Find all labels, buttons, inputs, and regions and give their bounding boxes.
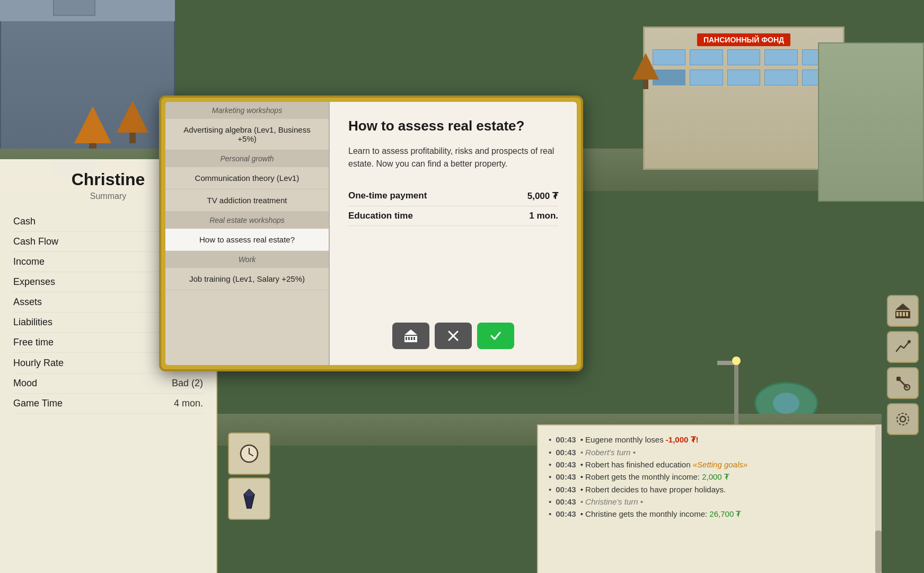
sidebar-bottom-icons — [228, 432, 270, 520]
time-6: 00:43 — [556, 497, 576, 506]
chart-icon-btn[interactable] — [887, 331, 919, 363]
log-entry-3: • 00:43 • Robert has finished education … — [549, 458, 871, 471]
text-1: • Eugene monthly loses -1,000 ₮! — [580, 435, 699, 445]
stat-income-label: Income — [13, 256, 45, 267]
bullet-6: • — [549, 497, 551, 506]
lamp-light — [732, 357, 741, 365]
tree-mid-right — [632, 53, 659, 89]
category-marketing: Marketing workshops — [165, 102, 329, 119]
time-3: 00:43 — [556, 460, 576, 469]
svg-rect-7 — [408, 337, 410, 340]
stat-hourlyrate-label: Hourly Rate — [13, 358, 64, 369]
text-7: • Christine gets the monthly income: 26,… — [580, 509, 742, 519]
settings-icon-btn[interactable] — [887, 403, 919, 435]
category-work: Work — [165, 251, 329, 268]
stat-cash-label: Cash — [13, 216, 36, 227]
svg-rect-16 — [900, 312, 902, 316]
log-entry-4: • 00:43 • Robert gets the monthly income… — [549, 471, 871, 483]
tie-icon-btn[interactable] — [228, 478, 270, 520]
log-entry-5: • 00:43 • Robert decides to have proper … — [549, 483, 871, 496]
svg-rect-11 — [404, 341, 417, 342]
stat-liabilities-label: Liabilities — [13, 317, 52, 328]
tower-left — [53, 0, 95, 16]
category-personal-growth: Personal growth — [165, 150, 329, 167]
confirm-button[interactable] — [477, 323, 514, 349]
stat-gametime: Game Time 4 mon. — [13, 394, 203, 414]
svg-rect-15 — [896, 312, 899, 316]
education-dialog: Marketing workshops Advertising algebra … — [159, 96, 583, 371]
time-value: 1 mon. — [529, 211, 558, 221]
tools-icon-btn[interactable] — [887, 367, 919, 399]
detail-title: How to assess real estate? — [348, 118, 558, 134]
stat-mood-label: Mood — [13, 378, 37, 389]
svg-marker-19 — [895, 303, 910, 310]
svg-rect-6 — [406, 337, 407, 340]
svg-point-25 — [900, 416, 905, 422]
text-3: • Robert has finished education «Setting… — [580, 460, 747, 469]
bullet-4: • — [549, 472, 551, 481]
scrollbar-thumb[interactable] — [875, 531, 882, 573]
clock-icon-btn[interactable] — [228, 432, 270, 475]
stat-mood: Mood Bad (2) — [13, 374, 203, 394]
hotel-sign: ПАНСИОННЫЙ ФОНД — [697, 33, 790, 46]
svg-rect-18 — [906, 312, 908, 316]
bullet-1: • — [549, 435, 551, 444]
education-detail: How to assess real estate? Learn to asse… — [330, 102, 577, 365]
stat-gametime-label: Game Time — [13, 398, 63, 409]
education-list[interactable]: Marketing workshops Advertising algebra … — [165, 102, 330, 365]
activity-log: • 00:43 • Eugene monthly loses -1,000 ₮!… — [537, 424, 882, 573]
bank-button[interactable] — [392, 323, 429, 349]
text-5: • Robert decides to have proper holidays… — [580, 485, 726, 494]
dialog-buttons — [348, 312, 558, 349]
stat-gametime-value: 4 mon. — [174, 398, 203, 409]
log-entry-2: • 00:43 • Robert's turn • — [549, 446, 871, 458]
stat-freetime-label: Free time — [13, 337, 54, 348]
stat-expenses-label: Expenses — [13, 276, 55, 288]
category-real-estate: Real estate workshops — [165, 212, 329, 229]
payment-value: 5,000 ₮ — [527, 190, 558, 202]
stat-mood-value: Bad (2) — [172, 378, 203, 389]
svg-rect-20 — [895, 317, 910, 318]
detail-description: Learn to assess profitability, risks and… — [348, 145, 558, 170]
list-item-job-training[interactable]: Job training (Lev1, Salary +25%) — [165, 268, 329, 290]
cancel-button[interactable] — [435, 323, 472, 349]
payment-label: One-time payment — [348, 190, 427, 202]
time-row: Education time 1 mon. — [348, 206, 558, 226]
bank-icon-btn[interactable] — [887, 295, 919, 327]
stat-assets-label: Assets — [13, 297, 42, 308]
tree2-left — [117, 101, 148, 143]
hotel-building: ПАНСИОННЫЙ ФОНД — [643, 27, 844, 170]
svg-marker-10 — [404, 329, 417, 335]
stat-cashflow-label: Cash Flow — [13, 236, 58, 247]
time-7: 00:43 — [556, 509, 576, 518]
time-5: 00:43 — [556, 485, 576, 494]
svg-rect-17 — [903, 312, 905, 316]
log-entry-7: • 00:43 • Christine gets the monthly inc… — [549, 508, 871, 520]
bullet-3: • — [549, 460, 551, 469]
text-6: • Christine's turn • — [580, 497, 643, 506]
time-4: 00:43 — [556, 472, 576, 481]
activity-scrollbar[interactable] — [875, 424, 882, 573]
detail-stats: One-time payment 5,000 ₮ Education time … — [348, 186, 558, 226]
building-far-right — [818, 42, 924, 202]
time-label: Education time — [348, 211, 413, 221]
svg-rect-8 — [411, 337, 412, 340]
dialog-inner: Marketing workshops Advertising algebra … — [165, 102, 577, 365]
bullet-5: • — [549, 485, 551, 494]
lamp-post — [734, 361, 738, 424]
log-entry-6: • 00:43 • Christine's turn • — [549, 496, 871, 508]
list-item-communication[interactable]: Communication theory (Lev1) — [165, 167, 329, 189]
svg-rect-9 — [413, 337, 415, 340]
list-item-tv-addiction[interactable]: TV addiction treatment — [165, 189, 329, 212]
log-entry-1: • 00:43 • Eugene monthly loses -1,000 ₮! — [549, 433, 871, 446]
time-2: 00:43 — [556, 448, 576, 457]
payment-row: One-time payment 5,000 ₮ — [348, 186, 558, 206]
svg-rect-23 — [896, 377, 901, 381]
fountain-water — [773, 393, 799, 414]
time-1: 00:43 — [556, 435, 576, 444]
text-2: • Robert's turn • — [580, 448, 636, 457]
list-item-advertising[interactable]: Advertising algebra (Lev1, Business +5%) — [165, 119, 329, 150]
list-item-assess-real-estate[interactable]: How to assess real estate? — [165, 229, 329, 251]
bullet-2: • — [549, 448, 551, 457]
svg-point-21 — [908, 340, 911, 343]
